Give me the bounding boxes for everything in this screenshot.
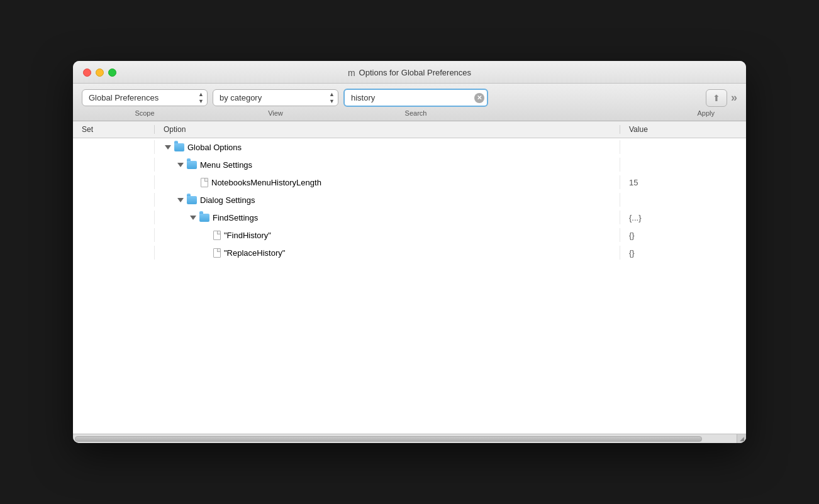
file-icon [213, 231, 221, 240]
view-label: View [213, 109, 338, 117]
expand-button[interactable]: » [731, 91, 737, 104]
scrollbar-area: ◢ [73, 434, 746, 443]
search-clear-button[interactable]: ✕ [474, 93, 484, 103]
scrollbar-corner: ◢ [737, 434, 746, 443]
folder-icon [187, 196, 197, 204]
cell-option-replacehistory: "ReplaceHistory" [155, 246, 620, 260]
window-title: Options for Global Preferences [359, 68, 471, 77]
cell-set-dialog [73, 193, 155, 207]
scope-label: Scope [82, 109, 208, 117]
row-label-dialog: Dialog Settings [200, 195, 255, 205]
table-row[interactable]: Menu Settings [73, 156, 746, 173]
apply-button[interactable]: ⬆ [706, 89, 727, 107]
col-header-set: Set [73, 125, 155, 134]
cell-option-global: Global Options [155, 140, 620, 154]
cell-set-replacehistory [73, 246, 155, 260]
search-label: Search [343, 109, 488, 117]
expand-triangle-icon [177, 163, 184, 167]
cell-value-find: {...} [620, 211, 746, 224]
scope-select-wrapper: Global Preferences ▲ ▼ [82, 89, 208, 106]
view-select[interactable]: by category [213, 89, 338, 106]
folder-icon [187, 161, 197, 169]
cell-set-find [73, 211, 155, 224]
cell-value-nbmhl: 15 [620, 175, 746, 189]
folder-icon [199, 214, 209, 222]
expand-triangle-icon [190, 216, 196, 220]
cell-option-findhistory: "FindHistory" [155, 228, 620, 242]
cell-option-menu: Menu Settings [155, 158, 620, 172]
row-label-menu: Menu Settings [200, 160, 252, 170]
table-row[interactable]: NotebooksMenuHistoryLength 15 [73, 173, 746, 191]
view-select-wrapper: by category ▲ ▼ [213, 89, 338, 106]
file-icon [213, 248, 221, 258]
row-label-findhistory: "FindHistory" [224, 231, 271, 240]
table-row[interactable]: "FindHistory" {} [73, 226, 746, 244]
folder-icon [174, 143, 184, 151]
minimize-button[interactable] [96, 68, 104, 77]
table-body: Global Options Menu Settings [73, 138, 746, 434]
cell-value-replacehistory: {} [620, 246, 746, 260]
traffic-lights [83, 68, 116, 77]
titlebar-title: m Options for Global Preferences [348, 68, 471, 78]
horizontal-scrollbar[interactable] [73, 434, 737, 443]
table-row[interactable]: Global Options [73, 138, 746, 156]
expand-triangle-icon [177, 198, 184, 202]
table-header: Set Option Value [73, 121, 746, 138]
close-button[interactable] [83, 68, 91, 77]
table-row[interactable]: Dialog Settings [73, 191, 746, 209]
row-label-global: Global Options [187, 143, 242, 152]
table-row[interactable]: FindSettings {...} [73, 209, 746, 226]
row-label-nbmhl: NotebooksMenuHistoryLength [211, 178, 321, 187]
file-icon [201, 178, 208, 187]
search-wrapper: ✕ [343, 89, 488, 107]
scope-select[interactable]: Global Preferences [82, 89, 208, 106]
maximize-button[interactable] [108, 68, 116, 77]
col-header-option: Option [155, 125, 620, 134]
apply-label: Apply [697, 109, 737, 117]
cell-value-findhistory: {} [620, 228, 746, 242]
cell-value-menu [620, 158, 746, 172]
cell-set-menu [73, 158, 155, 172]
main-window: m Options for Global Preferences Global … [73, 61, 746, 443]
cell-option-dialog: Dialog Settings [155, 193, 620, 207]
expand-triangle-icon [165, 145, 171, 150]
row-label-replacehistory: "ReplaceHistory" [224, 248, 285, 258]
table-row[interactable]: "ReplaceHistory" {} [73, 244, 746, 261]
cell-value-global [620, 140, 746, 154]
search-input[interactable] [343, 89, 488, 107]
apply-arrows-icon: ⬆ [713, 93, 720, 103]
toolbar-labels: Scope View Search Apply [82, 109, 737, 117]
tree-container: Global Options Menu Settings [73, 138, 746, 434]
scrollbar-thumb [75, 436, 702, 442]
cell-set-nbmhl [73, 175, 155, 189]
cell-option-find: FindSettings [155, 211, 620, 224]
col-header-value: Value [620, 125, 746, 134]
app-icon: m [348, 68, 355, 78]
cell-value-dialog [620, 193, 746, 207]
toolbar-controls: Global Preferences ▲ ▼ by category ▲ ▼ [82, 89, 737, 107]
cell-set-findhistory [73, 228, 155, 242]
cell-option-nbmhl: NotebooksMenuHistoryLength [155, 175, 620, 189]
cell-set-global [73, 140, 155, 154]
titlebar: m Options for Global Preferences [73, 61, 746, 84]
toolbar: Global Preferences ▲ ▼ by category ▲ ▼ [73, 84, 746, 121]
row-label-find: FindSettings [213, 213, 258, 222]
